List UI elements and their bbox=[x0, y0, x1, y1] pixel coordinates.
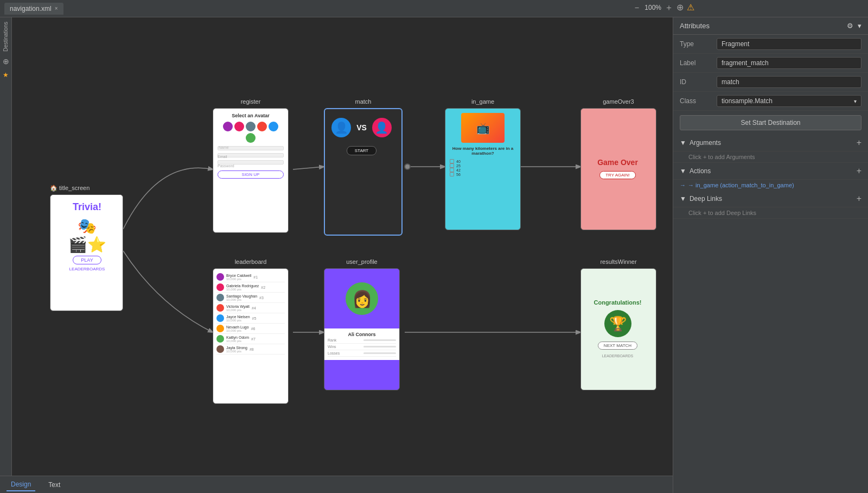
sidebar-new-icon[interactable]: ⊕ bbox=[3, 57, 9, 66]
tab-text[interactable]: Text bbox=[44, 479, 65, 491]
node-leaderboard-label: leaderboard bbox=[235, 258, 267, 265]
start-button[interactable]: START bbox=[347, 146, 376, 155]
profile-avatar: 👩 bbox=[346, 282, 378, 315]
ingame-content: 📺 How many kilometers are in a marathon?… bbox=[450, 113, 516, 176]
profile-top: 👩 bbox=[324, 269, 399, 328]
zoom-in-icon[interactable]: ＋ bbox=[665, 3, 673, 12]
node-results-winner[interactable]: resultsWinner Congratulations! 🏆 NEXT MA… bbox=[580, 256, 656, 390]
svg-point-4 bbox=[405, 164, 410, 169]
zoom-controls: － 100% ＋ ⊕ ⚠ bbox=[633, 3, 694, 12]
zoom-level: 100% bbox=[644, 4, 661, 11]
signup-button[interactable]: SIGN UP bbox=[218, 170, 284, 179]
node-in-game[interactable]: in_game 📺 How many kilometers are in a m… bbox=[445, 96, 521, 230]
vs-row: 👤 VS 👤 bbox=[331, 118, 392, 137]
class-value-text: tionsample.Match bbox=[722, 97, 773, 105]
answer-options: 40 25 42 56 bbox=[450, 159, 516, 176]
class-value-dropdown[interactable]: tionsample.Match ▾ bbox=[717, 95, 861, 107]
action-arrow-icon: → bbox=[680, 182, 686, 188]
leaderboards-link: LEADERBOARDS bbox=[69, 267, 105, 271]
arguments-label: Arguments bbox=[690, 139, 721, 147]
tab-design[interactable]: Design bbox=[7, 478, 35, 491]
id-row: ID match bbox=[673, 73, 868, 92]
winner-leaderboards-link[interactable]: LEADERBOARDS bbox=[602, 354, 634, 358]
vs-text: VS bbox=[356, 123, 367, 132]
actions-section-header[interactable]: ▼ Actions + bbox=[673, 163, 868, 180]
node-game-over[interactable]: gameOver3 Game Over TRY AGAIN! bbox=[580, 96, 656, 230]
type-label: Type bbox=[680, 40, 712, 48]
next-match-button[interactable]: NEXT MATCH bbox=[598, 342, 637, 350]
match-content: 👤 VS 👤 START bbox=[325, 109, 398, 231]
ingame-image: 📺 bbox=[461, 113, 505, 143]
top-bar: navigation.xml × － 100% ＋ ⊕ ⚠ bbox=[0, 0, 868, 17]
password-label: Password bbox=[218, 164, 284, 168]
actions-chevron-icon: ▼ bbox=[680, 167, 686, 175]
trivia-title-text: Trivia! bbox=[73, 201, 101, 213]
node-gameover-label: gameOver3 bbox=[603, 98, 634, 105]
left-sidebar: Destinations ⊕ ★ bbox=[0, 17, 12, 493]
arguments-hint: Click + to add Arguments bbox=[673, 151, 868, 163]
node-leaderboard[interactable]: leaderboard Bryce Caldwell10,000 pts #1 … bbox=[213, 256, 289, 404]
avatar-grid bbox=[218, 122, 284, 143]
label-value[interactable]: fragment_match bbox=[717, 57, 861, 69]
zoom-fit-icon[interactable]: ⊕ bbox=[676, 3, 684, 12]
profile-name: Ali Connors bbox=[328, 332, 396, 337]
attributes-panel-header: Attributes ⚙ ▾ bbox=[673, 17, 868, 35]
deeplinks-add-icon[interactable]: + bbox=[857, 194, 861, 204]
node-match[interactable]: match 👤 VS 👤 START bbox=[324, 96, 403, 236]
node-title-screen[interactable]: 🏠 title_screen Trivia! 🎭🎬⭐ PLAY LEADERBO… bbox=[50, 182, 123, 311]
file-tab[interactable]: navigation.xml × bbox=[4, 3, 63, 15]
chevron-down-icon: ▾ bbox=[854, 98, 857, 104]
arguments-chevron-icon: ▼ bbox=[680, 139, 686, 147]
canvas: 🏠 title_screen Trivia! 🎭🎬⭐ PLAY LEADERBO… bbox=[12, 17, 673, 463]
right-panel: Attributes ⚙ ▾ Type Fragment Label fragm… bbox=[673, 17, 868, 493]
node-profile-label: user_profile bbox=[346, 258, 377, 265]
panel-menu-icon[interactable]: ▾ bbox=[858, 22, 861, 30]
question-text: How many kilometers are in a marathon? bbox=[450, 146, 516, 156]
leaderboard-list: Bryce Caldwell10,000 pts #1 Gabriela Rod… bbox=[216, 272, 285, 355]
set-start-destination-button[interactable]: Set Start Destination bbox=[680, 115, 861, 130]
tryagain-button[interactable]: TRY AGAIN! bbox=[599, 171, 636, 179]
type-row: Type Fragment bbox=[673, 35, 868, 54]
attributes-title: Attributes bbox=[680, 22, 710, 30]
gameover-content: Game Over TRY AGAIN! bbox=[581, 109, 654, 228]
label-row: Label fragment_match bbox=[673, 54, 868, 73]
name-label: Name bbox=[218, 146, 284, 149]
actions-item[interactable]: → → in_game (action_match_to_in_game) bbox=[673, 180, 868, 191]
deeplinks-hint: Click + to add Deep Links bbox=[673, 207, 868, 219]
trophy-container: 🏆 bbox=[604, 310, 631, 337]
winner-content: Congratulations! 🏆 NEXT MATCH LEADERBOAR… bbox=[581, 269, 654, 388]
trivia-decorations: 🎭🎬⭐ bbox=[68, 217, 106, 254]
sidebar-star-icon[interactable]: ★ bbox=[3, 71, 9, 79]
node-title-screen-label: title_screen bbox=[59, 185, 90, 191]
file-tab-label: navigation.xml bbox=[10, 5, 52, 12]
actions-add-icon[interactable]: + bbox=[857, 166, 861, 176]
type-value: Fragment bbox=[717, 38, 861, 50]
settings-icon[interactable]: ⚙ bbox=[847, 22, 853, 30]
register-title: Select an Avatar bbox=[218, 113, 284, 118]
profile-bottom: Ali Connors Rank Wins Losses bbox=[324, 328, 399, 360]
arguments-section-header[interactable]: ▼ Arguments + bbox=[673, 135, 868, 151]
node-winner-label: resultsWinner bbox=[600, 258, 636, 265]
congrats-title: Congratulations! bbox=[594, 299, 642, 306]
sidebar-destinations-label[interactable]: Destinations bbox=[3, 22, 9, 52]
trophy-icon: 🏆 bbox=[609, 315, 627, 332]
arguments-add-icon[interactable]: + bbox=[857, 138, 861, 148]
node-register[interactable]: register Select an Avatar Name Email Pas… bbox=[213, 96, 289, 233]
id-value[interactable]: match bbox=[717, 76, 861, 88]
tab-close-icon[interactable]: × bbox=[55, 5, 58, 11]
email-label: Email bbox=[218, 155, 284, 159]
actions-label: Actions bbox=[690, 167, 711, 175]
deeplinks-chevron-icon: ▼ bbox=[680, 195, 686, 203]
zoom-warn-icon[interactable]: ⚠ bbox=[687, 3, 694, 12]
class-label: Class bbox=[680, 97, 712, 105]
deeplinks-section-header[interactable]: ▼ Deep Links + bbox=[673, 191, 868, 207]
node-match-label: match bbox=[355, 98, 372, 105]
title-screen-content: Trivia! 🎭🎬⭐ PLAY LEADERBOARDS bbox=[50, 195, 123, 309]
label-label: Label bbox=[680, 59, 712, 67]
action-text: → in_game (action_match_to_in_game) bbox=[688, 182, 794, 188]
node-user-profile[interactable]: user_profile 👩 Ali Connors Rank Wins Los… bbox=[324, 256, 400, 390]
zoom-out-icon[interactable]: － bbox=[633, 3, 641, 12]
play-button-small: PLAY bbox=[73, 256, 101, 264]
gameover-title: Game Over bbox=[597, 158, 638, 167]
class-row: Class tionsample.Match ▾ bbox=[673, 92, 868, 111]
